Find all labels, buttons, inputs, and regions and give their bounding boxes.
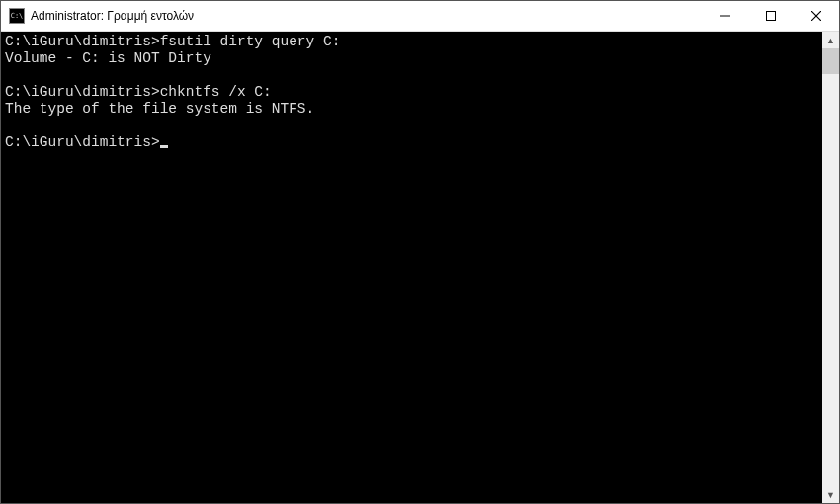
terminal-output[interactable]: C:\iGuru\dimitris>fsutil dirty query C:V… xyxy=(1,32,822,503)
client-area: C:\iGuru\dimitris>fsutil dirty query C:V… xyxy=(1,32,839,503)
svg-rect-1 xyxy=(767,12,776,21)
titlebar[interactable]: C:\ Administrator: Γραμμή εντολών xyxy=(1,1,839,32)
maximize-button[interactable] xyxy=(748,1,794,31)
minimize-button[interactable] xyxy=(703,1,748,31)
scroll-down-button[interactable]: ▼ xyxy=(822,486,839,503)
terminal-command-line: C:\iGuru\dimitris>fsutil dirty query C: xyxy=(5,34,822,50)
terminal-output-line: Volume - C: is NOT Dirty xyxy=(5,50,822,67)
close-icon xyxy=(811,11,821,21)
chevron-up-icon: ▲ xyxy=(826,36,835,45)
cursor xyxy=(160,145,168,148)
cmd-app-icon: C:\ xyxy=(9,8,25,24)
terminal-command-line: C:\iGuru\dimitris>chkntfs /x C: xyxy=(5,84,822,101)
scroll-track[interactable] xyxy=(822,48,839,486)
prompt-text: C:\iGuru\dimitris> xyxy=(5,84,160,100)
command-text: fsutil dirty query C: xyxy=(160,34,341,49)
close-button[interactable] xyxy=(794,1,839,31)
prompt-text: C:\iGuru\dimitris> xyxy=(5,134,160,150)
terminal-command-line: C:\iGuru\dimitris> xyxy=(5,134,822,151)
window-title: Administrator: Γραμμή εντολών xyxy=(31,9,703,23)
scroll-thumb[interactable] xyxy=(822,48,839,74)
prompt-text: C:\iGuru\dimitris> xyxy=(5,34,160,49)
chevron-down-icon: ▼ xyxy=(826,490,835,500)
terminal-output-line xyxy=(5,118,822,134)
maximize-icon xyxy=(766,11,776,21)
scroll-up-button[interactable]: ▲ xyxy=(822,32,839,48)
vertical-scrollbar[interactable]: ▲ ▼ xyxy=(822,32,839,503)
cmd-window: C:\ Administrator: Γραμμή εντολών C:\iGu… xyxy=(0,0,840,504)
window-controls xyxy=(703,1,839,31)
terminal-output-line xyxy=(5,67,822,84)
command-text: chkntfs /x C: xyxy=(160,84,272,100)
terminal-output-line: The type of the file system is NTFS. xyxy=(5,101,822,118)
minimize-icon xyxy=(720,11,730,21)
